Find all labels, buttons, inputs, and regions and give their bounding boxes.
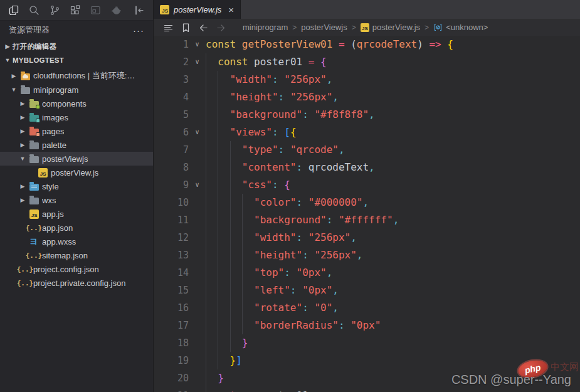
files-icon[interactable] [5,2,23,18]
toggle-sidebar-icon[interactable] [130,2,148,18]
navigate-forward-icon[interactable] [213,21,229,34]
token-b2: } [218,372,224,384]
breadcrumb-item[interactable]: miniprogram [243,23,288,32]
file-tree: ▶cloudfunctions | 当前环境: blo...▼miniprogr… [0,67,153,392]
code-editor[interactable]: 1∨const getPosterView01 = (qrcodeText) =… [154,36,580,392]
code-text: "width": "256px", [206,71,332,88]
fold-chevron-icon[interactable]: ∨ [189,36,206,53]
line-number: 20 [154,369,189,387]
breadcrumb-label: posterView.js [372,23,420,32]
tree-item-app.wxss[interactable]: ヨapp.wxss [0,235,153,248]
line-number: 21 [154,387,189,392]
tree-item-label: posterViewjs [42,154,88,164]
token-pl [290,267,297,278]
section-header-open-editors[interactable]: ▶打开的编辑器 [0,40,153,53]
outline-icon[interactable] [160,21,176,34]
fold-placeholder [189,317,206,334]
breadcrumb-item[interactable]: JSposterView.js [361,23,420,32]
chevron-down-icon: ▼ [18,156,28,162]
navigate-back-icon[interactable] [195,21,211,34]
fold-placeholder [189,106,206,124]
fold-chevron-icon[interactable]: ∨ [189,176,206,194]
code-line: 16"rotate": "0", [154,299,580,317]
token-punct: : [272,73,278,85]
tab-label: posterView.js [174,5,221,14]
token-punct: : [272,126,278,138]
bookmark-icon[interactable] [177,21,194,34]
source-control-icon[interactable] [46,2,64,18]
fold-placeholder [189,88,206,106]
indent-guides [206,141,242,159]
token-pl [332,38,339,50]
code-line: 13"height": "256px", [154,246,580,264]
fold-placeholder [189,387,206,392]
indent-guides [206,229,254,246]
more-actions-icon[interactable]: ··· [133,25,144,36]
token-punct: , [332,284,339,296]
folder-icon [28,193,40,207]
fold-chevron-icon[interactable]: ∨ [189,53,206,71]
tree-item-label: project.private.config.json [33,278,125,288]
token-pl [254,389,260,392]
indent-guides [206,282,254,299]
token-pl [248,56,254,68]
js-file-icon: JS [160,5,169,14]
line-number: 2 [154,53,189,71]
token-str: "256px" [314,249,356,261]
fold-placeholder [189,334,206,352]
extensions-icon[interactable] [66,2,85,18]
token-pl [278,126,285,138]
code-text: } [206,369,224,387]
token-punct: : [278,144,285,156]
fold-chevron-icon[interactable]: ∨ [189,124,206,141]
line-number: 8 [154,159,189,176]
tree-item-label: posterView.js [51,168,98,177]
token-fn: getPosterView01 [242,38,333,50]
breadcrumb-item[interactable]: posterViewjs [301,23,347,32]
code-text: "left": "0px", [206,282,339,299]
search-icon[interactable] [26,2,44,18]
token-str: "#000000" [308,196,363,208]
section-label: MYBLOGTEST [13,56,64,64]
tree-item-project.config.json[interactable]: {..}project.config.json [0,262,153,276]
teapot-icon[interactable] [107,2,125,18]
token-b1: { [290,126,297,138]
tree-item-app.json[interactable]: {..}app.json [0,221,153,235]
token-str: "color" [254,196,296,208]
tree-item-wxs[interactable]: ▶wxs [0,193,153,207]
token-b3: [ [284,126,290,138]
breadcrumb-item[interactable]: <unknown> [433,23,488,32]
token-v: poster01 [260,389,308,392]
token-punct: : [327,214,333,226]
explorer-title: 资源管理器 [9,24,50,36]
close-icon[interactable]: × [228,5,234,14]
tree-item-style[interactable]: ▶style [0,179,153,193]
remote-window-icon[interactable] [87,2,105,18]
token-str: "256px" [290,91,332,103]
tree-item-project.private.config.json[interactable]: {..}project.private.config.json [0,276,153,290]
tab-posterview-js[interactable]: JS posterView.js × [154,0,241,19]
line-number: 1 [154,36,189,53]
tree-item-palette[interactable]: ▶palette [0,138,153,152]
tab-bar: JS posterView.js × [154,0,580,19]
tree-item-pages[interactable]: ▶pages [0,124,153,138]
token-pl [297,284,303,296]
token-v: qrcodeText [308,161,369,173]
token-str: "background" [230,109,303,120]
symbol-icon [433,23,443,32]
tree-item-miniprogram[interactable]: ▼miniprogram [0,83,153,97]
tree-item-app.js[interactable]: JSapp.js [0,207,153,221]
tree-item-images[interactable]: ▶images [0,110,153,124]
js-file-icon: JS [38,168,48,177]
tree-item-sitemap.json[interactable]: {..}sitemap.json [0,248,153,262]
tree-item-components[interactable]: ▶components [0,97,153,110]
token-punct: , [351,231,357,243]
tree-item-posterviewjs[interactable]: ▼posterViewjs [0,152,153,166]
tree-item-posterview.js[interactable]: JSposterView.js [0,166,153,179]
code-text: const poster01 = { [206,53,327,71]
folder-icon [28,97,40,110]
tree-item-cloudfunctions-blo...[interactable]: ▶cloudfunctions | 当前环境: blo... [0,69,153,83]
section-header-workspace[interactable]: ▼MYBLOGTEST [0,53,153,67]
breadcrumb-label: miniprogram [243,23,288,32]
line-number: 14 [154,264,189,282]
